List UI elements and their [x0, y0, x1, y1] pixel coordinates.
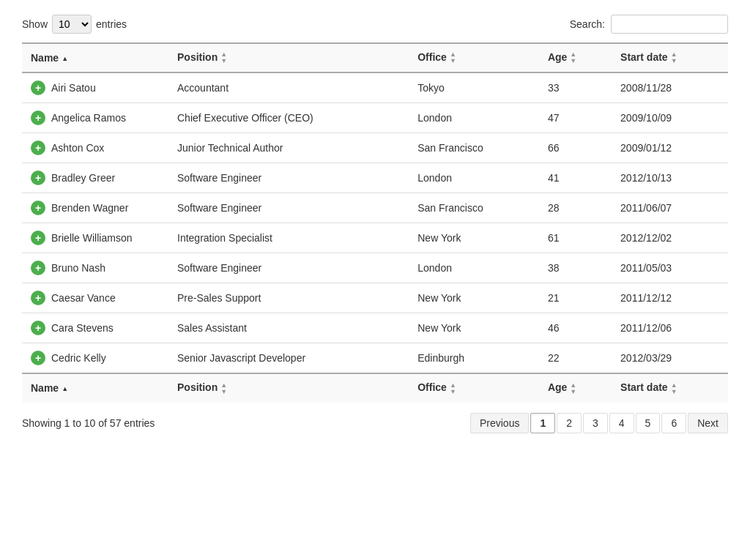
position-cell-2: Junior Technical Author [168, 133, 409, 163]
age-cell-7: 21 [539, 283, 612, 313]
footer-row: Name▲Position▲▼Office▲▼Age▲▼Start date▲▼ [22, 373, 728, 402]
next-button[interactable]: Next [688, 413, 728, 433]
page-button-6[interactable]: 6 [661, 413, 686, 433]
search-box: Search: [570, 15, 728, 34]
col-label-office: Office [417, 381, 447, 393]
sort-icon-age: ▲▼ [570, 382, 576, 395]
page-button-1[interactable]: 1 [530, 413, 555, 433]
office-cell-0: Tokyo [409, 72, 539, 103]
expand-icon-6[interactable]: + [31, 261, 45, 275]
col-header-name[interactable]: Name▲ [22, 43, 168, 72]
sort-icon-start_date: ▲▼ [671, 51, 677, 64]
position-cell-9: Senior Javascript Developer [168, 343, 409, 374]
search-input[interactable] [611, 15, 728, 34]
office-cell-6: London [409, 253, 539, 283]
col-label-start_date: Start date [620, 51, 668, 63]
office-cell-1: London [409, 103, 539, 133]
sort-icon-position: ▲▼ [220, 382, 227, 395]
col-header-start_date[interactable]: Start date▲▼ [612, 373, 728, 402]
name-cell-1: +Angelica Ramos [22, 103, 168, 133]
expand-icon-9[interactable]: + [31, 351, 45, 365]
name-cell-8: +Cara Stevens [22, 313, 168, 343]
expand-icon-5[interactable]: + [31, 231, 45, 245]
expand-icon-7[interactable]: + [31, 291, 45, 305]
col-label-start_date: Start date [620, 381, 668, 393]
name-cell-7: +Caesar Vance [22, 283, 168, 313]
page-button-4[interactable]: 4 [609, 413, 634, 433]
col-label-age: Age [548, 381, 567, 393]
name-text-3: Bradley Greer [51, 172, 115, 184]
name-cell-3: +Bradley Greer [22, 163, 168, 193]
start_date-cell-3: 2012/10/13 [612, 163, 728, 193]
col-header-position[interactable]: Position▲▼ [168, 373, 409, 402]
name-cell-2: +Ashton Cox [22, 133, 168, 163]
age-cell-5: 61 [539, 223, 612, 253]
table-header: Name▲Position▲▼Office▲▼Age▲▼Start date▲▼ [22, 43, 728, 72]
name-text-2: Ashton Cox [51, 142, 104, 154]
office-cell-5: New York [409, 223, 539, 253]
name-text-0: Airi Satou [51, 82, 96, 94]
name-cell-6: +Bruno Nash [22, 253, 168, 283]
name-text-8: Cara Stevens [51, 322, 114, 334]
expand-icon-0[interactable]: + [31, 81, 45, 95]
start_date-cell-2: 2009/01/12 [612, 133, 728, 163]
entries-select[interactable]: 102550100 [52, 15, 92, 34]
age-cell-2: 66 [539, 133, 612, 163]
name-cell-5: +Brielle Williamson [22, 223, 168, 253]
data-table: Name▲Position▲▼Office▲▼Age▲▼Start date▲▼… [22, 42, 728, 403]
expand-icon-2[interactable]: + [31, 141, 45, 155]
start_date-cell-9: 2012/03/29 [612, 343, 728, 374]
entries-label: entries [96, 18, 127, 30]
start_date-cell-6: 2011/05/03 [612, 253, 728, 283]
sort-icon-name: ▲ [62, 56, 68, 62]
table-row: +Bruno NashSoftware EngineerLondon382011… [22, 253, 728, 283]
start_date-cell-5: 2012/12/02 [612, 223, 728, 253]
col-header-name[interactable]: Name▲ [22, 373, 168, 402]
table-row: +Bradley GreerSoftware EngineerLondon412… [22, 163, 728, 193]
col-header-age[interactable]: Age▲▼ [539, 373, 612, 402]
start_date-cell-1: 2009/10/09 [612, 103, 728, 133]
prev-button[interactable]: Previous [470, 413, 529, 433]
age-cell-0: 33 [539, 72, 612, 103]
office-cell-4: San Francisco [409, 193, 539, 223]
sort-icon-office: ▲▼ [450, 51, 456, 64]
show-entries: Show 102550100 entries [22, 15, 127, 34]
pagination: Previous 123456Next [470, 413, 728, 433]
name-cell-9: +Cedric Kelly [22, 343, 168, 374]
name-cell-4: +Brenden Wagner [22, 193, 168, 223]
sort-icon-position: ▲▼ [220, 51, 227, 64]
col-label-position: Position [177, 51, 218, 63]
col-label-name: Name [31, 382, 59, 394]
top-controls: Show 102550100 entries Search: [22, 15, 728, 34]
col-header-office[interactable]: Office▲▼ [409, 373, 539, 402]
table-row: +Cara StevensSales AssistantNew York4620… [22, 313, 728, 343]
name-text-4: Brenden Wagner [51, 202, 128, 214]
col-header-office[interactable]: Office▲▼ [409, 43, 539, 72]
col-label-name: Name [31, 52, 59, 64]
col-label-age: Age [548, 51, 567, 63]
table-row: +Airi SatouAccountantTokyo332008/11/28 [22, 72, 728, 103]
page-button-2[interactable]: 2 [557, 413, 582, 433]
expand-icon-4[interactable]: + [31, 201, 45, 215]
age-cell-6: 38 [539, 253, 612, 283]
col-label-office: Office [417, 51, 447, 63]
expand-icon-3[interactable]: + [31, 171, 45, 185]
name-text-5: Brielle Williamson [51, 232, 132, 244]
start_date-cell-4: 2011/06/07 [612, 193, 728, 223]
col-header-age[interactable]: Age▲▼ [539, 43, 612, 72]
page-button-5[interactable]: 5 [636, 413, 661, 433]
table-row: +Brenden WagnerSoftware EngineerSan Fran… [22, 193, 728, 223]
expand-icon-1[interactable]: + [31, 111, 45, 125]
expand-icon-8[interactable]: + [31, 321, 45, 335]
position-cell-6: Software Engineer [168, 253, 409, 283]
table-row: +Cedric KellySenior Javascript Developer… [22, 343, 728, 374]
header-row: Name▲Position▲▼Office▲▼Age▲▼Start date▲▼ [22, 43, 728, 72]
age-cell-1: 47 [539, 103, 612, 133]
bottom-section: Showing 1 to 10 of 57 entries Previous 1… [22, 413, 728, 433]
office-cell-2: San Francisco [409, 133, 539, 163]
col-header-position[interactable]: Position▲▼ [168, 43, 409, 72]
col-header-start_date[interactable]: Start date▲▼ [612, 43, 728, 72]
name-text-6: Bruno Nash [51, 262, 105, 274]
page-button-3[interactable]: 3 [583, 413, 608, 433]
start_date-cell-7: 2011/12/12 [612, 283, 728, 313]
